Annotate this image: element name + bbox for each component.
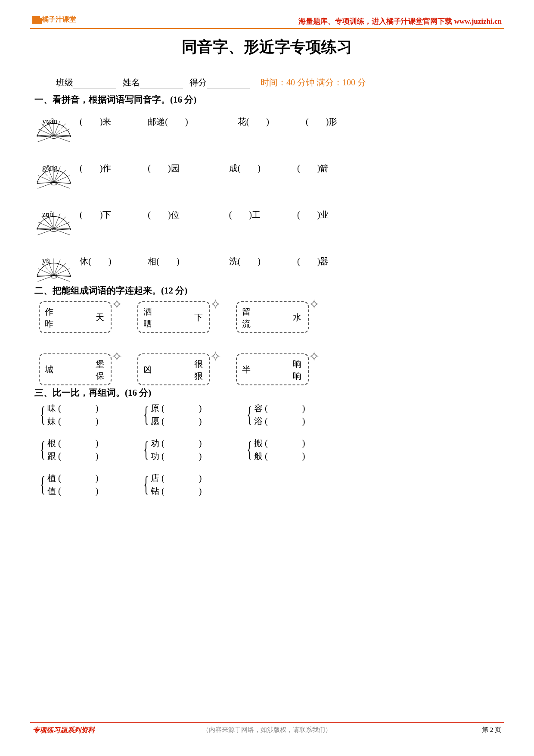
section-2-title: 二、把能组成词语的字连起来。(12 分): [34, 284, 500, 297]
zuci-pair[interactable]: { 容 ( ) 浴 ( ): [248, 403, 334, 426]
logo-icon: [32, 16, 40, 24]
right-char: 水: [293, 312, 301, 323]
section-1: 一、看拼音，根据词语写同音字。(16 分) yuán ( )来 邮递( ) 花(…: [34, 94, 500, 292]
char-line: 劝 ( ): [151, 437, 202, 449]
header-link-text: 海量题库、专项训练，进入橘子汁课堂官网下载 www.juzizhi.cn: [298, 16, 502, 26]
page-title: 同音字、形近字专项练习: [0, 37, 534, 58]
item-line: 体( ) 相( ) 洗( ) ( )器: [80, 256, 329, 267]
name-blank[interactable]: [140, 80, 183, 88]
fan-row: gōng ( )作 ( )园 成( ) ( )箭: [34, 156, 500, 199]
item[interactable]: 体( ): [80, 256, 111, 266]
star-icon: ✧: [210, 296, 221, 312]
item[interactable]: 成( ): [229, 163, 261, 173]
item[interactable]: 花( ): [238, 117, 269, 126]
page-footer: 专项练习题系列资料 （内容来源于网络，如涉版权，请联系我们） 第 2 页: [0, 726, 534, 739]
zuci-pair[interactable]: { 搬 ( ) 般 ( ): [248, 437, 334, 461]
class-label: 班级: [56, 78, 73, 87]
match-box[interactable]: 洒晒 下 ✧: [137, 301, 210, 333]
header-divider: [30, 28, 504, 29]
item[interactable]: ( )园: [148, 163, 179, 173]
brace-icon: {: [143, 402, 149, 427]
item[interactable]: 洗( ): [229, 256, 261, 266]
item[interactable]: ( )作: [80, 163, 111, 173]
right-char: 天: [96, 312, 104, 323]
pinyin-label: yù: [42, 256, 50, 266]
zuci-pair[interactable]: { 味 ( ) 妹 ( ): [41, 403, 127, 426]
brace-icon: {: [40, 437, 45, 462]
logo: 橘子汁课堂: [32, 15, 76, 24]
zuci-row: { 植 ( ) 值 ( ){ 店 ( ) 钻 ( ): [41, 472, 334, 496]
fan-icon: zuò: [34, 202, 73, 237]
fan-icon: yuán: [34, 109, 73, 144]
footer-divider: [30, 722, 504, 723]
meta-info: 时间：40 分钟 满分：100 分: [261, 78, 366, 87]
right-chars: 堡保: [96, 358, 104, 382]
class-blank[interactable]: [73, 80, 116, 88]
pinyin-label: yuán: [42, 117, 57, 126]
match-row-2: 城 堡保 ✧凶 很狠 ✧半 晌响 ✧: [39, 353, 309, 385]
char-line: 味 ( ): [47, 403, 98, 414]
char-line: 浴 ( ): [254, 415, 305, 427]
char-line: 妹 ( ): [47, 415, 98, 427]
name-label: 姓名: [123, 78, 140, 87]
item[interactable]: ( )下: [80, 210, 111, 219]
right-chars: 很狠: [194, 358, 203, 382]
right-char: 下: [194, 312, 203, 323]
char-line: 钻 ( ): [151, 485, 202, 497]
match-row-1: 作昨 天 ✧洒晒 下 ✧留流 水 ✧: [39, 301, 309, 333]
item[interactable]: ( )来: [80, 117, 111, 126]
fan-icon: yù: [34, 249, 73, 283]
score-blank[interactable]: [207, 80, 250, 88]
star-icon: ✧: [308, 296, 320, 312]
item[interactable]: ( )器: [297, 256, 329, 266]
char-line: 店 ( ): [151, 472, 202, 484]
left-char: 半: [242, 364, 251, 375]
left-char: 凶: [143, 364, 152, 375]
match-box[interactable]: 半 晌响 ✧: [236, 353, 309, 385]
star-icon: ✧: [308, 348, 320, 365]
zuci-block: { 味 ( ) 妹 ( ){ 原 ( ) 愿 ( ){ 容 ( ) 浴 ( ){…: [41, 403, 334, 507]
footer-left: 专项练习题系列资料: [33, 726, 95, 735]
char-line: 根 ( ): [47, 437, 98, 449]
zuci-pair[interactable]: { 店 ( ) 钻 ( ): [144, 472, 230, 496]
brace-icon: {: [247, 437, 252, 462]
item[interactable]: ( )业: [297, 210, 329, 219]
pinyin-label: gōng: [42, 163, 58, 172]
fan-row: yuán ( )来 邮递( ) 花( ) ( )形: [34, 109, 500, 152]
match-box[interactable]: 城 堡保 ✧: [39, 353, 112, 385]
zuci-pair[interactable]: { 原 ( ) 愿 ( ): [144, 403, 230, 426]
item[interactable]: 邮递( ): [148, 117, 188, 126]
zuci-pair[interactable]: { 劝 ( ) 功 ( ): [144, 437, 230, 461]
left-chars: 洒晒: [143, 306, 152, 330]
match-box[interactable]: 作昨 天 ✧: [39, 301, 112, 333]
item-line: ( )下 ( )位 ( )工 ( )业: [80, 209, 329, 221]
char-line: 容 ( ): [254, 403, 305, 414]
fan-row: zuò ( )下 ( )位 ( )工 ( )业: [34, 202, 500, 245]
section-3: 三、比一比，再组词。(16 分): [34, 387, 500, 399]
brace-icon: {: [143, 437, 149, 462]
form-line: 班级 姓名 得分 时间：40 分钟 满分：100 分: [56, 77, 491, 88]
char-line: 般 ( ): [254, 450, 305, 462]
match-box[interactable]: 凶 很狠 ✧: [137, 353, 210, 385]
zuci-row: { 根 ( ) 跟 ( ){ 劝 ( ) 功 ( ){ 搬 ( ) 般 ( ): [41, 437, 334, 461]
footer-center: （内容来源于网络，如涉版权，请联系我们）: [202, 726, 332, 734]
page-header: 橘子汁课堂 海量题库、专项训练，进入橘子汁课堂官网下载 www.juzizhi.…: [0, 15, 534, 28]
brace-icon: {: [247, 402, 252, 427]
item[interactable]: ( )工: [229, 210, 261, 219]
left-char: 城: [45, 364, 53, 375]
match-box[interactable]: 留流 水 ✧: [236, 301, 309, 333]
zuci-pair[interactable]: { 植 ( ) 值 ( ): [41, 472, 127, 496]
char-line: 原 ( ): [151, 403, 202, 414]
section-2: 二、把能组成词语的字连起来。(12 分): [34, 284, 500, 297]
item[interactable]: ( )箭: [297, 163, 329, 173]
footer-right: 第 2 页: [482, 726, 501, 734]
item[interactable]: ( )位: [148, 210, 179, 219]
svg-line-43: [54, 263, 66, 276]
zuci-pair[interactable]: { 根 ( ) 跟 ( ): [41, 437, 127, 461]
item[interactable]: ( )形: [306, 117, 337, 126]
star-icon: ✧: [111, 296, 123, 312]
pinyin-label: zuò: [42, 210, 53, 219]
item[interactable]: 相( ): [148, 256, 179, 266]
brace-icon: {: [143, 472, 149, 497]
item-line: ( )来 邮递( ) 花( ) ( )形: [80, 116, 337, 128]
